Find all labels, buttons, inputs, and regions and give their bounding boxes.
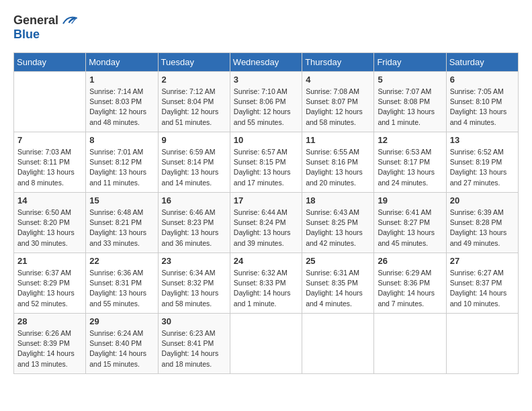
calendar-cell: 11Sunrise: 6:55 AMSunset: 8:16 PMDayligh… <box>302 132 374 193</box>
day-number: 24 <box>234 256 298 266</box>
day-number: 1 <box>89 75 154 85</box>
calendar-cell: 16Sunrise: 6:46 AMSunset: 8:23 PMDayligh… <box>158 193 230 253</box>
day-info: Sunrise: 7:10 AMSunset: 8:06 PMDaylight:… <box>234 87 298 128</box>
calendar-cell: 15Sunrise: 6:48 AMSunset: 8:21 PMDayligh… <box>86 193 158 253</box>
day-info: Sunrise: 7:07 AMSunset: 8:08 PMDaylight:… <box>378 87 442 128</box>
day-number: 18 <box>306 195 370 205</box>
column-header-saturday: Saturday <box>446 53 518 72</box>
day-info: Sunrise: 7:12 AMSunset: 8:04 PMDaylight:… <box>162 87 226 128</box>
calendar-cell: 5Sunrise: 7:07 AMSunset: 8:08 PMDaylight… <box>374 72 446 132</box>
day-info: Sunrise: 7:03 AMSunset: 8:11 PMDaylight:… <box>17 147 82 188</box>
day-number: 12 <box>378 135 442 145</box>
day-number: 8 <box>89 135 154 145</box>
calendar-cell: 24Sunrise: 6:32 AMSunset: 8:33 PMDayligh… <box>230 253 302 314</box>
calendar-cell <box>446 314 518 374</box>
day-number: 17 <box>234 195 298 205</box>
logo-general-text: General <box>13 13 58 28</box>
calendar-cell: 2Sunrise: 7:12 AMSunset: 8:04 PMDaylight… <box>158 72 230 132</box>
day-info: Sunrise: 6:57 AMSunset: 8:15 PMDaylight:… <box>234 147 298 188</box>
calendar-cell: 12Sunrise: 6:53 AMSunset: 8:17 PMDayligh… <box>374 132 446 193</box>
calendar-week-row: 1Sunrise: 7:14 AMSunset: 8:03 PMDaylight… <box>14 72 519 132</box>
column-header-monday: Monday <box>86 53 158 72</box>
day-info: Sunrise: 6:26 AMSunset: 8:39 PMDaylight:… <box>17 328 82 369</box>
day-number: 19 <box>378 195 442 205</box>
day-info: Sunrise: 6:31 AMSunset: 8:35 PMDaylight:… <box>306 268 370 309</box>
calendar-cell: 10Sunrise: 6:57 AMSunset: 8:15 PMDayligh… <box>230 132 302 193</box>
day-info: Sunrise: 6:39 AMSunset: 8:28 PMDaylight:… <box>450 208 515 248</box>
day-number: 25 <box>306 256 370 266</box>
day-number: 21 <box>17 256 82 266</box>
calendar-cell: 17Sunrise: 6:44 AMSunset: 8:24 PMDayligh… <box>230 193 302 253</box>
day-number: 11 <box>306 135 370 145</box>
day-number: 9 <box>162 135 226 145</box>
day-number: 27 <box>450 256 515 266</box>
day-number: 4 <box>306 75 370 85</box>
calendar-cell: 18Sunrise: 6:43 AMSunset: 8:25 PMDayligh… <box>302 193 374 253</box>
calendar-cell: 6Sunrise: 7:05 AMSunset: 8:10 PMDaylight… <box>446 72 518 132</box>
day-info: Sunrise: 7:05 AMSunset: 8:10 PMDaylight:… <box>450 87 515 128</box>
day-info: Sunrise: 6:44 AMSunset: 8:24 PMDaylight:… <box>234 208 298 248</box>
calendar-week-row: 7Sunrise: 7:03 AMSunset: 8:11 PMDaylight… <box>14 132 519 193</box>
day-number: 22 <box>89 256 154 266</box>
calendar-cell <box>374 314 446 374</box>
day-info: Sunrise: 6:32 AMSunset: 8:33 PMDaylight:… <box>234 268 298 309</box>
calendar-cell: 20Sunrise: 6:39 AMSunset: 8:28 PMDayligh… <box>446 193 518 253</box>
column-header-wednesday: Wednesday <box>230 53 302 72</box>
column-header-tuesday: Tuesday <box>158 53 230 72</box>
calendar-table: SundayMondayTuesdayWednesdayThursdayFrid… <box>13 52 519 374</box>
day-number: 15 <box>89 195 154 205</box>
calendar-cell: 22Sunrise: 6:36 AMSunset: 8:31 PMDayligh… <box>86 253 158 314</box>
day-info: Sunrise: 6:59 AMSunset: 8:14 PMDaylight:… <box>162 147 226 188</box>
day-info: Sunrise: 6:41 AMSunset: 8:27 PMDaylight:… <box>378 208 442 248</box>
day-number: 29 <box>89 316 154 326</box>
day-info: Sunrise: 6:55 AMSunset: 8:16 PMDaylight:… <box>306 147 370 188</box>
calendar-cell: 19Sunrise: 6:41 AMSunset: 8:27 PMDayligh… <box>374 193 446 253</box>
calendar-week-row: 28Sunrise: 6:26 AMSunset: 8:39 PMDayligh… <box>14 314 519 374</box>
logo-bird-icon <box>58 14 77 28</box>
calendar-cell: 26Sunrise: 6:29 AMSunset: 8:36 PMDayligh… <box>374 253 446 314</box>
page-header: GeneralBlue <box>13 13 519 42</box>
day-info: Sunrise: 6:37 AMSunset: 8:29 PMDaylight:… <box>17 268 82 309</box>
column-header-thursday: Thursday <box>302 53 374 72</box>
day-info: Sunrise: 7:08 AMSunset: 8:07 PMDaylight:… <box>306 87 370 128</box>
day-number: 7 <box>17 135 82 145</box>
day-number: 30 <box>162 316 226 326</box>
calendar-cell: 13Sunrise: 6:52 AMSunset: 8:19 PMDayligh… <box>446 132 518 193</box>
day-number: 13 <box>450 135 515 145</box>
day-info: Sunrise: 6:52 AMSunset: 8:19 PMDaylight:… <box>450 147 515 188</box>
day-number: 26 <box>378 256 442 266</box>
day-info: Sunrise: 7:01 AMSunset: 8:12 PMDaylight:… <box>89 147 154 188</box>
day-info: Sunrise: 6:50 AMSunset: 8:20 PMDaylight:… <box>17 208 82 248</box>
day-info: Sunrise: 6:48 AMSunset: 8:21 PMDaylight:… <box>89 208 154 248</box>
calendar-cell: 9Sunrise: 6:59 AMSunset: 8:14 PMDaylight… <box>158 132 230 193</box>
calendar-week-row: 21Sunrise: 6:37 AMSunset: 8:29 PMDayligh… <box>14 253 519 314</box>
calendar-cell: 8Sunrise: 7:01 AMSunset: 8:12 PMDaylight… <box>86 132 158 193</box>
day-number: 2 <box>162 75 226 85</box>
day-info: Sunrise: 6:53 AMSunset: 8:17 PMDaylight:… <box>378 147 442 188</box>
day-info: Sunrise: 6:27 AMSunset: 8:37 PMDaylight:… <box>450 268 515 309</box>
day-info: Sunrise: 6:36 AMSunset: 8:31 PMDaylight:… <box>89 268 154 309</box>
day-number: 10 <box>234 135 298 145</box>
day-number: 20 <box>450 195 515 205</box>
calendar-cell: 23Sunrise: 6:34 AMSunset: 8:32 PMDayligh… <box>158 253 230 314</box>
calendar-cell <box>302 314 374 374</box>
calendar-cell: 21Sunrise: 6:37 AMSunset: 8:29 PMDayligh… <box>14 253 86 314</box>
day-info: Sunrise: 6:23 AMSunset: 8:41 PMDaylight:… <box>162 328 226 369</box>
day-number: 16 <box>162 195 226 205</box>
column-header-sunday: Sunday <box>14 53 86 72</box>
calendar-cell: 7Sunrise: 7:03 AMSunset: 8:11 PMDaylight… <box>14 132 86 193</box>
logo: GeneralBlue <box>13 13 77 42</box>
calendar-cell: 1Sunrise: 7:14 AMSunset: 8:03 PMDaylight… <box>86 72 158 132</box>
day-number: 3 <box>234 75 298 85</box>
day-number: 14 <box>17 195 82 205</box>
calendar-cell: 29Sunrise: 6:24 AMSunset: 8:40 PMDayligh… <box>86 314 158 374</box>
day-number: 5 <box>378 75 442 85</box>
day-info: Sunrise: 6:29 AMSunset: 8:36 PMDaylight:… <box>378 268 442 309</box>
calendar-cell <box>14 72 86 132</box>
calendar-cell: 25Sunrise: 6:31 AMSunset: 8:35 PMDayligh… <box>302 253 374 314</box>
day-number: 23 <box>162 256 226 266</box>
day-info: Sunrise: 7:14 AMSunset: 8:03 PMDaylight:… <box>89 87 154 128</box>
calendar-cell: 28Sunrise: 6:26 AMSunset: 8:39 PMDayligh… <box>14 314 86 374</box>
day-info: Sunrise: 6:34 AMSunset: 8:32 PMDaylight:… <box>162 268 226 309</box>
calendar-week-row: 14Sunrise: 6:50 AMSunset: 8:20 PMDayligh… <box>14 193 519 253</box>
